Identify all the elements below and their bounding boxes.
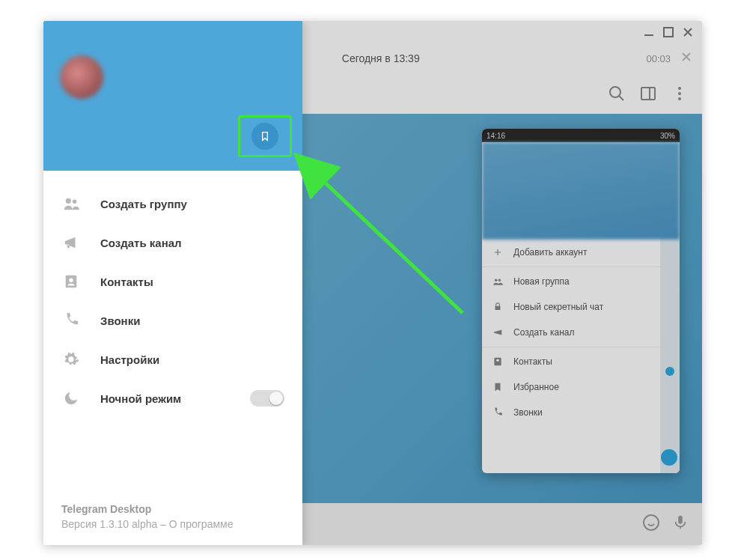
- night-mode-toggle[interactable]: [250, 390, 284, 407]
- saved-messages-button[interactable]: [251, 123, 278, 150]
- drawer-footer: Telegram Desktop Версия 1.3.10 alpha – О…: [61, 503, 233, 530]
- drawer-header: [43, 21, 302, 171]
- svg-rect-0: [644, 34, 653, 36]
- menu-item-label: Ночной режим: [100, 392, 181, 405]
- menu-settings[interactable]: Настройки: [43, 340, 302, 379]
- menu-item-label: Контакты: [100, 276, 153, 288]
- footer-app-name: Telegram Desktop: [61, 503, 233, 515]
- minimize-button[interactable]: [644, 27, 654, 37]
- megaphone-icon: [61, 233, 81, 252]
- user-avatar[interactable]: [60, 55, 103, 99]
- menu-item-label: Звонки: [100, 314, 140, 327]
- svg-point-14: [66, 198, 71, 204]
- menu-new-group[interactable]: Создать группу: [43, 184, 302, 223]
- maximize-button[interactable]: [663, 27, 674, 37]
- menu-calls[interactable]: Звонки: [43, 301, 302, 340]
- svg-rect-1: [664, 28, 673, 37]
- main-menu-drawer: Создать группу Создать канал Контакты Зв…: [43, 21, 302, 545]
- menu-contacts[interactable]: Контакты: [43, 262, 302, 301]
- menu-new-channel[interactable]: Создать канал: [43, 223, 302, 262]
- menu-item-label: Настройки: [100, 353, 159, 366]
- app-window: Сегодня в 13:39 00:03 Избранное: [43, 21, 702, 545]
- svg-point-17: [69, 278, 73, 282]
- contact-icon: [61, 272, 81, 291]
- menu-item-label: Создать группу: [100, 198, 187, 210]
- group-icon: [61, 194, 81, 213]
- phone-icon: [61, 311, 81, 330]
- menu-item-label: Создать канал: [100, 237, 182, 249]
- footer-version[interactable]: Версия 1.3.10 alpha – О программе: [61, 518, 233, 530]
- menu-night-mode[interactable]: Ночной режим: [43, 379, 302, 418]
- drawer-menu-list: Создать группу Создать канал Контакты Зв…: [43, 171, 302, 431]
- moon-icon: [61, 389, 81, 408]
- svg-point-15: [73, 200, 77, 204]
- gear-icon: [61, 350, 81, 369]
- highlight-annotation: [238, 115, 292, 157]
- close-button[interactable]: [683, 27, 693, 37]
- window-titlebar: [635, 21, 702, 43]
